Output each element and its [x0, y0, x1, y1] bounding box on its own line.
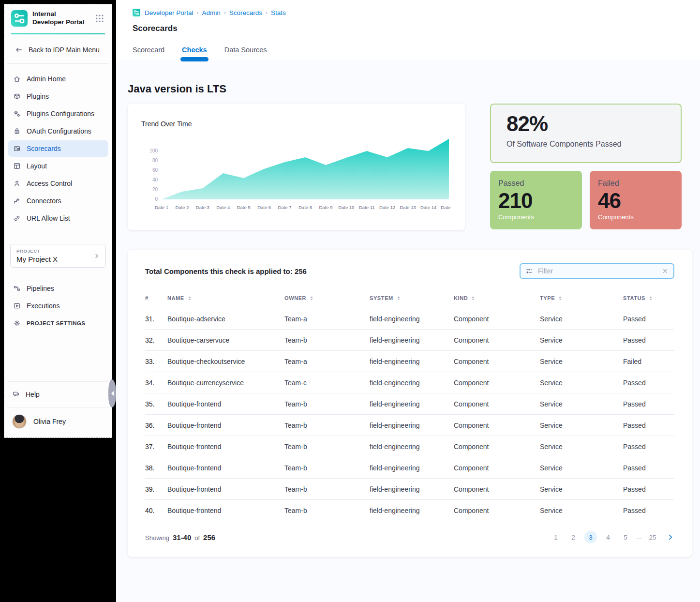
cell-status: Passed [623, 464, 674, 472]
cell-type: Service [540, 315, 623, 323]
avatar [12, 414, 27, 429]
table-row[interactable]: 38. Boutique-frontend Team-b field-engin… [145, 457, 674, 478]
cell-type: Service [540, 336, 623, 344]
cell-system: field-engineering [370, 379, 454, 387]
table-row[interactable]: 34. Boutique-currencyservice Team-c fiel… [145, 372, 674, 393]
column-header-system[interactable]: SYSTEM [370, 295, 454, 301]
cell-kind: Component [454, 507, 540, 514]
gear-icon [13, 319, 21, 327]
sidebar-item-label: Access Control [27, 180, 72, 187]
showing-range: 31-40 [173, 533, 191, 542]
column-label: TYPE [540, 295, 555, 301]
sidebar-item-scorecards[interactable]: Scorecards [8, 140, 108, 157]
sidebar-item-connectors[interactable]: Connectors [8, 193, 108, 209]
table-row[interactable]: 35. Boutique-frontend Team-b field-engin… [145, 393, 674, 414]
trend-area-chart: 020406080100 Date 1Date 2Date 3Date 4Dat… [141, 133, 451, 219]
column-header-owner[interactable]: OWNER [284, 295, 370, 301]
column-header-type[interactable]: TYPE [540, 295, 623, 301]
column-header-status[interactable]: STATUS [623, 295, 674, 301]
project-name: My Project X [16, 255, 100, 263]
sidebar-item-oauth-configurations[interactable]: OAuth Configurations [8, 123, 108, 139]
page-5[interactable]: 5 [619, 531, 632, 543]
table-row[interactable]: 40. Boutique-frontend Team-b field-engin… [145, 499, 674, 521]
filter-sliders-icon[interactable] [525, 267, 533, 275]
sidebar-item-plugins[interactable]: Plugins [8, 88, 108, 105]
table-row[interactable]: 36. Boutique-frontend Team-b field-engin… [145, 414, 674, 436]
scorecard-icon [13, 145, 21, 152]
cell-owner: Team-b [284, 485, 370, 493]
sidebar-item-executions[interactable]: Executions [8, 298, 108, 314]
column-label: # [145, 295, 149, 301]
sidebar: Internal Developer Portal Back to IDP Ma… [4, 4, 112, 438]
sidebar-collapse-handle[interactable] [108, 379, 116, 407]
table-row[interactable]: 32. Boutique-carservuce Team-b field-eng… [145, 329, 674, 350]
tab-scorecard[interactable]: Scorecard [133, 46, 164, 54]
chart-title: Trend Over Time [141, 120, 451, 128]
sidebar-item-layout[interactable]: Layout [8, 158, 108, 174]
page-1[interactable]: 1 [550, 531, 562, 543]
cell-num: 34. [145, 379, 167, 387]
page-3[interactable]: 3 [584, 531, 597, 543]
sidebar-item-label: Plugins Configurations [27, 110, 94, 118]
breadcrumb-link-3[interactable]: Stats [271, 9, 286, 16]
cell-name: Boutique-carservuce [167, 336, 284, 344]
sidebar-item-admin-home[interactable]: Admin Home [8, 71, 108, 87]
trend-chart-card: Trend Over Time 020406080100 Date 1Date … [128, 104, 465, 230]
page-25[interactable]: 25 [646, 531, 659, 543]
sidebar-item-project-settings[interactable]: PROJECT SETTINGS [8, 315, 108, 331]
svg-text:Date 5: Date 5 [237, 205, 251, 210]
table-title: Total Components this check is applied t… [145, 267, 307, 275]
page-4[interactable]: 4 [602, 531, 614, 543]
cell-name: Boutique-frontend [167, 485, 284, 493]
passed-label: Passed [498, 179, 574, 188]
column-label: SYSTEM [370, 295, 393, 301]
showing-summary: Showing 31-40 of 256 [145, 533, 215, 542]
table-row[interactable]: 31. Boutique-adservice Team-a field-engi… [145, 308, 674, 329]
svg-text:Date 8: Date 8 [298, 205, 312, 210]
help-button[interactable]: Help [7, 381, 109, 407]
column-header-kind[interactable]: KIND [454, 295, 540, 301]
back-to-idp-main-menu[interactable]: Back to IDP Main Menu [7, 34, 109, 64]
breadcrumb-link-0[interactable]: Developer Portal [145, 9, 194, 16]
breadcrumb-link-2[interactable]: Scorecards [229, 9, 262, 16]
svg-text:Date 6: Date 6 [257, 205, 271, 210]
page-title: Scorecards [133, 24, 684, 33]
cell-owner: Team-b [284, 400, 370, 408]
sidebar-item-url-allow-list[interactable]: URL Allow List [8, 210, 108, 226]
connector-icon [13, 197, 21, 205]
tab-data-sources[interactable]: Data Sources [224, 46, 267, 54]
user-menu[interactable]: Olivia Frey [7, 407, 109, 437]
sidebar-item-plugins-configurations[interactable]: Plugins Configurations [8, 105, 108, 122]
sidebar-item-pipelines[interactable]: Pipelines [8, 280, 108, 297]
table-row[interactable]: 37. Boutique-frontend Team-b field-engin… [145, 436, 674, 457]
project-selector[interactable]: PROJECT My Project X [10, 244, 106, 268]
svg-text:Date 1: Date 1 [155, 205, 168, 210]
sort-icon [396, 296, 401, 301]
cell-system: field-engineering [370, 336, 454, 344]
cell-name: Boutique-frontend [167, 443, 284, 451]
column-header-: # [145, 295, 167, 301]
sidebar-item-label: Pipelines [27, 285, 54, 292]
cell-name: Boutique-checkoutservice [167, 358, 284, 365]
filter-input[interactable] [538, 267, 657, 275]
next-page-button[interactable] [667, 533, 674, 541]
tab-checks[interactable]: Checks [182, 46, 207, 54]
app-switcher-grid-icon[interactable] [94, 13, 105, 24]
sidebar-item-label: Plugins [27, 92, 49, 100]
table-row[interactable]: 33. Boutique-checkoutservice Team-a fiel… [145, 350, 674, 372]
cell-type: Service [540, 485, 623, 493]
sidebar-item-label: Scorecards [27, 145, 61, 152]
content: Java version is LTS Trend Over Time 0204… [116, 60, 700, 557]
failed-card: Failed 46 Components [590, 171, 682, 229]
svg-text:20: 20 [152, 187, 158, 192]
cell-kind: Component [454, 400, 540, 408]
column-header-name[interactable]: NAME [167, 295, 284, 301]
lock-icon [13, 127, 21, 135]
cell-type: Service [540, 400, 623, 408]
close-icon[interactable] [662, 268, 669, 274]
sidebar-item-access-control[interactable]: Access Control [8, 175, 108, 192]
page-2[interactable]: 2 [567, 531, 580, 543]
cell-type: Service [540, 507, 623, 514]
table-row[interactable]: 39. Boutique-frontend Team-b field-engin… [145, 478, 674, 499]
breadcrumb-link-1[interactable]: Admin [202, 9, 221, 16]
